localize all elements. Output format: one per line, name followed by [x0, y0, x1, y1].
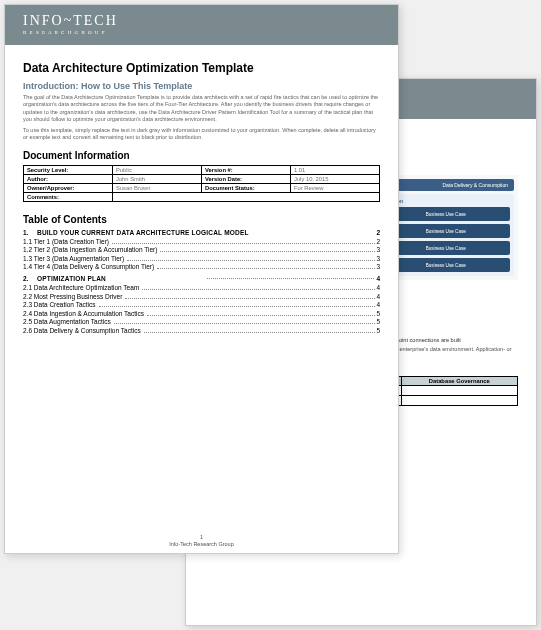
info-value: For Review [291, 183, 380, 192]
brand-header: INFO~TECH R E S E A R C H G R O U P [5, 5, 398, 45]
document-information-table: Security Level: Public Version #: 1.01 A… [23, 165, 380, 202]
info-value: Public [113, 165, 202, 174]
toc-section-page: 2 [376, 229, 380, 236]
info-label: Version #: [202, 165, 291, 174]
info-label: Version Date: [202, 174, 291, 183]
toc-item: 2.3 Data Creation Tactics4 [23, 301, 380, 309]
document-page-1: INFO~TECH R E S E A R C H G R O U P Data… [4, 4, 399, 554]
info-value [113, 192, 380, 201]
page-number: 1 [5, 534, 398, 540]
table-of-contents: 1. BUILD YOUR CURRENT DATA ARCHITECTURE … [23, 229, 380, 335]
toc-section-num: 2. [23, 275, 37, 282]
intro-paragraph: To use this template, simply replace the… [23, 127, 380, 142]
toc-section: 2. OPTIMIZATION PLAN 4 [23, 275, 380, 282]
brand-subtitle: R E S E A R C H G R O U P [23, 30, 380, 35]
toc-item: 1.4 Tier 4 (Data Delivery & Consumption … [23, 263, 380, 271]
info-value: 1.01 [291, 165, 380, 174]
toc-section: 1. BUILD YOUR CURRENT DATA ARCHITECTURE … [23, 229, 380, 236]
info-value: John Smith [113, 174, 202, 183]
toc-item: 2.6 Data Delivery & Consumption Tactics5 [23, 327, 380, 335]
docinfo-heading: Document Information [23, 150, 380, 161]
info-label: Security Level: [24, 165, 113, 174]
toc-section-page: 4 [376, 275, 380, 282]
diagram-cell: Business Use Case [382, 241, 511, 255]
info-label: Author: [24, 174, 113, 183]
toc-section-num: 1. [23, 229, 37, 236]
toc-section-title: OPTIMIZATION PLAN [37, 275, 205, 282]
info-value: July 10, 2015 [291, 174, 380, 183]
toc-item: 2.4 Data Ingestion & Accumulation Tactic… [23, 310, 380, 318]
page-footer: 1 Info-Tech Research Group [5, 534, 398, 547]
toc-item: 1.2 Tier 2 (Data Ingestion & Accumulatio… [23, 246, 380, 254]
info-value: Susan Brown [113, 183, 202, 192]
toc-item: 2.2 Most Pressing Business Driver4 [23, 293, 380, 301]
diagram-cell: Business Use Case [382, 258, 511, 272]
table-header: Database Governance [401, 377, 518, 386]
brand-name: INFO~TECH [23, 13, 380, 29]
toc-item: 2.1 Data Architecture Optimization Team4 [23, 284, 380, 292]
toc-section-title: BUILD YOUR CURRENT DATA ARCHITECTURE LOG… [37, 229, 376, 236]
info-label: Comments: [24, 192, 113, 201]
info-label: Owner/Approver: [24, 183, 113, 192]
toc-heading: Table of Contents [23, 214, 380, 225]
intro-paragraph: The goal of the Data Architecture Optimi… [23, 94, 380, 124]
document-title: Data Architecture Optimization Template [23, 61, 380, 75]
toc-item: 1.3 Tier 3 (Data Augmentation Tier)3 [23, 255, 380, 263]
toc-item: 1.1 Tier 1 (Data Creation Tier)2 [23, 238, 380, 246]
info-label: Document Status: [202, 183, 291, 192]
toc-item: 2.5 Data Augmentation Tactics5 [23, 318, 380, 326]
footer-org: Info-Tech Research Group [5, 541, 398, 547]
intro-heading: Introduction: How to Use This Template [23, 81, 380, 91]
diagram-cell: Business Use Case [382, 207, 511, 221]
diagram-cell: Business Use Case [382, 224, 511, 238]
